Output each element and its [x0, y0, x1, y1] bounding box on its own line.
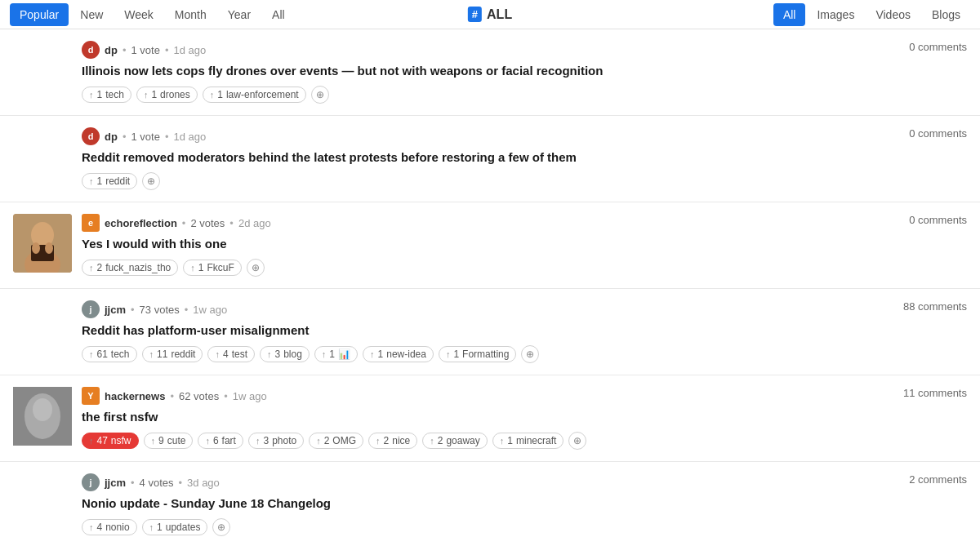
post-timestamp: 1w ago — [233, 390, 267, 402]
post-username[interactable]: dp — [105, 44, 118, 56]
tag-count: 1 — [97, 175, 103, 187]
post-item: j jjcm • 4 votes • 3d ago Nonio update -… — [0, 462, 980, 546]
nav-tabs-left: Popular New Week Month Year All — [10, 3, 295, 26]
post-votes: 4 votes — [140, 477, 174, 489]
post-title[interactable]: Yes I would with this one — [82, 235, 967, 252]
avatar: j — [82, 473, 100, 491]
tag[interactable]: ↑ 1 drones — [136, 87, 198, 103]
tag-label: tech — [105, 89, 124, 100]
tag[interactable]: ↑ 1 📊 — [314, 346, 358, 362]
dot-separator: • — [224, 390, 228, 402]
tag-count: 2 — [97, 262, 103, 273]
add-tag-button[interactable]: ⊕ — [247, 259, 265, 277]
comment-count[interactable]: 88 comments — [903, 300, 967, 313]
tag-count: 11 — [157, 348, 167, 360]
comment-count[interactable]: 0 comments — [909, 214, 967, 226]
tag[interactable]: ↑ 2 nice — [368, 433, 417, 449]
tab-month[interactable]: Month — [165, 3, 216, 26]
upvote-icon: ↑ — [149, 522, 154, 532]
post-title[interactable]: the first nsfw — [82, 408, 967, 425]
post-username[interactable]: echoreflection — [105, 217, 177, 229]
tag[interactable]: ↑ 1 minecraft — [492, 433, 564, 449]
tab-all-left[interactable]: All — [262, 3, 295, 26]
tag[interactable]: ↑ 61 tech — [82, 346, 137, 362]
post-meta: j jjcm • 73 votes • 1w ago — [82, 300, 967, 318]
tag-label: updates — [166, 522, 201, 533]
tag-count: 1 — [198, 262, 204, 273]
tag-label: drones — [160, 89, 190, 100]
tag-count: 47 — [97, 435, 108, 446]
comment-count[interactable]: 0 comments — [909, 127, 967, 140]
post-thumbnail — [13, 214, 72, 273]
tab-images[interactable]: Images — [807, 3, 864, 26]
post-title[interactable]: Reddit has platform-user misalignment — [82, 322, 967, 339]
tab-week[interactable]: Week — [114, 3, 163, 26]
comment-count[interactable]: 2 comments — [909, 473, 967, 486]
post-username[interactable]: hackernews — [105, 390, 165, 402]
tag-count: 1 — [453, 348, 459, 360]
tag-label: photo — [272, 435, 296, 446]
tag[interactable]: ↑ 4 nonio — [82, 519, 137, 535]
avatar: d — [82, 127, 100, 145]
tab-new[interactable]: New — [70, 3, 113, 26]
post-content: j jjcm • 4 votes • 3d ago Nonio update -… — [82, 473, 967, 536]
post-title[interactable]: Nonio update - Sunday June 18 Changelog — [82, 495, 967, 512]
tag[interactable]: ↑ 2 goaway — [422, 433, 488, 449]
upvote-icon: ↑ — [144, 90, 149, 100]
post-tags: ↑ 1 tech ↑ 1 drones ↑ 1 law-enforcement … — [82, 86, 967, 104]
post-meta: Y hackernews • 62 votes • 1w ago — [82, 387, 967, 405]
post-username[interactable]: dp — [105, 131, 118, 143]
tab-blogs[interactable]: Blogs — [922, 3, 970, 26]
tag[interactable]: ↑ 1 FkcuF — [183, 260, 242, 276]
post-thumb-placeholder — [13, 127, 72, 186]
post-username[interactable]: jjcm — [105, 304, 126, 316]
tag-label: OMG — [332, 435, 356, 446]
tag[interactable]: ↑ 1 reddit — [82, 173, 137, 189]
add-tag-button[interactable]: ⊕ — [568, 432, 586, 450]
post-timestamp: 1w ago — [193, 304, 227, 316]
tag-label: fart — [222, 435, 236, 446]
tag[interactable]: ↑ 2 fuck_nazis_tho — [82, 260, 178, 276]
tag[interactable]: ↑ 1 updates — [142, 519, 208, 535]
tag[interactable]: ↑ 47 nsfw — [82, 433, 139, 449]
post-title[interactable]: Reddit removed moderators behind the lat… — [82, 149, 967, 166]
add-tag-button[interactable]: ⊕ — [521, 345, 539, 363]
add-tag-button[interactable]: ⊕ — [142, 172, 160, 190]
post-content: d dp • 1 vote • 1d ago Reddit removed mo… — [82, 127, 967, 190]
avatar: e — [82, 214, 100, 232]
dot-separator: • — [165, 44, 169, 56]
add-tag-button[interactable]: ⊕ — [212, 518, 230, 536]
post-username[interactable]: jjcm — [105, 477, 126, 489]
tag[interactable]: ↑ 6 fart — [198, 433, 243, 449]
tag-label: minecraft — [516, 435, 556, 446]
tag[interactable]: ↑ 1 tech — [82, 87, 131, 103]
post-title[interactable]: Illinois now lets cops fly drones over e… — [82, 62, 967, 79]
tag-count: 3 — [274, 348, 280, 360]
tab-videos[interactable]: Videos — [866, 3, 920, 26]
tag[interactable]: ↑ 2 OMG — [309, 433, 363, 449]
post-meta: e echoreflection • 2 votes • 2d ago — [82, 214, 967, 232]
upvote-icon: ↑ — [151, 436, 156, 446]
tag[interactable]: ↑ 3 photo — [248, 433, 304, 449]
tag-count: 9 — [158, 435, 164, 446]
tag[interactable]: ↑ 1 Formatting — [439, 346, 517, 362]
tab-year[interactable]: Year — [218, 3, 261, 26]
tag[interactable]: ↑ 9 cute — [144, 433, 194, 449]
tag[interactable]: ↑ 11 reddit — [142, 346, 203, 362]
tag-label: tech — [111, 348, 130, 360]
comment-count[interactable]: 11 comments — [903, 387, 967, 399]
comment-count[interactable]: 0 comments — [909, 41, 967, 53]
upvote-icon: ↑ — [89, 90, 94, 100]
add-tag-button[interactable]: ⊕ — [311, 86, 329, 104]
tag[interactable]: ↑ 1 law-enforcement — [203, 87, 306, 103]
upvote-icon: ↑ — [89, 176, 94, 186]
upvote-icon: ↑ — [205, 436, 210, 446]
post-votes: 1 vote — [131, 44, 159, 56]
tag[interactable]: ↑ 1 new-idea — [363, 346, 434, 362]
post-meta: j jjcm • 4 votes • 3d ago — [82, 473, 967, 491]
tag[interactable]: ↑ 3 blog — [260, 346, 310, 362]
tag[interactable]: ↑ 4 test — [207, 346, 255, 362]
post-timestamp: 3d ago — [187, 477, 220, 489]
tab-popular[interactable]: Popular — [10, 3, 69, 26]
tab-all-right[interactable]: All — [773, 3, 806, 26]
